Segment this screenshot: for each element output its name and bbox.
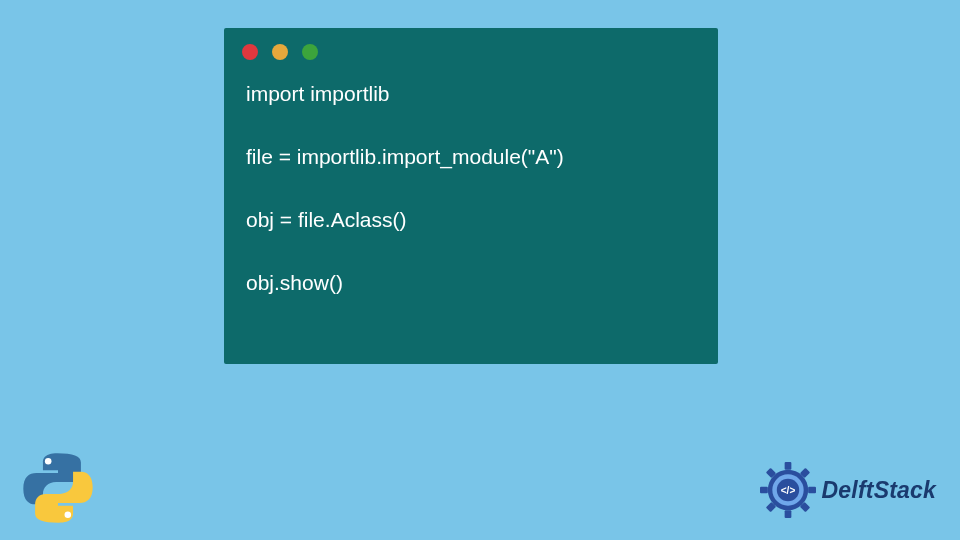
code-block: import importlib file = importlib.import… (224, 70, 718, 319)
window-controls (224, 28, 718, 70)
python-logo-icon (22, 452, 94, 524)
delftstack-label: DelftStack (822, 477, 936, 504)
svg-rect-5 (808, 487, 816, 494)
svg-point-0 (45, 458, 52, 465)
maximize-icon (302, 44, 318, 60)
minimize-icon (272, 44, 288, 60)
close-icon (242, 44, 258, 60)
delftstack-gear-icon: </> (760, 462, 816, 518)
svg-text:</>: </> (780, 485, 795, 496)
code-window: import importlib file = importlib.import… (224, 28, 718, 364)
svg-rect-2 (784, 462, 791, 470)
svg-rect-4 (760, 487, 768, 494)
delftstack-brand: </> DelftStack (760, 462, 936, 518)
svg-point-1 (65, 512, 72, 519)
svg-rect-3 (784, 510, 791, 518)
